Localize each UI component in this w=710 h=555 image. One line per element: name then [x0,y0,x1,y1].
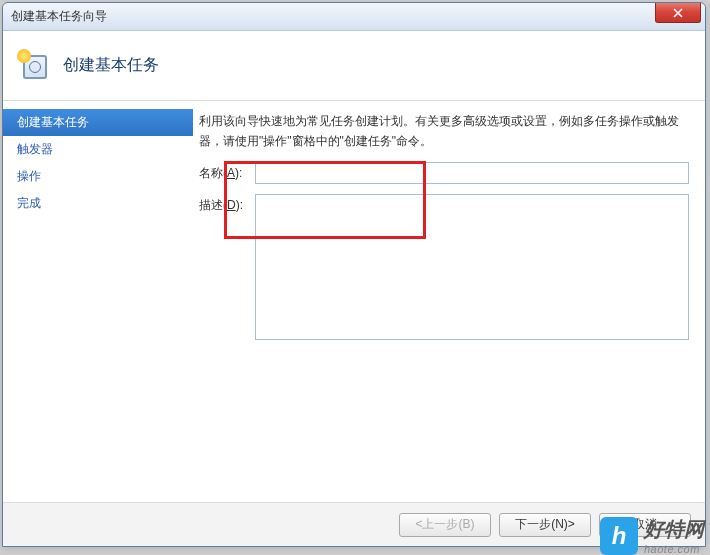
back-button[interactable]: <上一步(B) [399,513,491,537]
sidebar-item-label: 触发器 [17,142,53,156]
header-band: 创建基本任务 [3,31,705,101]
name-row: 名称(A): [199,162,689,184]
description-row: 描述(D): [199,194,689,340]
sidebar-item-label: 操作 [17,169,41,183]
description-input[interactable] [255,194,689,340]
sidebar-item-label: 完成 [17,196,41,210]
wizard-window: 创建基本任务向导 创建基本任务 创建基本任务 触发器 操作 [2,2,706,547]
sidebar-item-label: 创建基本任务 [17,115,89,129]
sidebar-item-finish[interactable]: 完成 [3,190,193,217]
sidebar-item-create-basic-task[interactable]: 创建基本任务 [3,109,193,136]
body-row: 创建基本任务 触发器 操作 完成 利用该向导快速地为常见任务创建计划。有关更多高… [3,101,705,502]
content-area: 创建基本任务 创建基本任务 触发器 操作 完成 利用该向导快速地为常见任务创建计… [3,31,705,546]
name-label: 名称(A): [199,162,255,182]
close-icon [673,8,683,18]
wizard-steps-sidebar: 创建基本任务 触发器 操作 完成 [3,101,193,502]
sidebar-item-trigger[interactable]: 触发器 [3,136,193,163]
main-panel: 利用该向导快速地为常见任务创建计划。有关更多高级选项或设置，例如多任务操作或触发… [193,101,705,502]
description-label: 描述(D): [199,194,255,214]
window-title: 创建基本任务向导 [11,8,107,25]
close-button[interactable] [655,3,701,23]
cancel-button[interactable]: 取消 [599,513,691,537]
task-wizard-icon [19,51,49,81]
page-title: 创建基本任务 [63,55,159,76]
wizard-footer: <上一步(B) 下一步(N)> 取消 [3,502,705,546]
name-input[interactable] [255,162,689,184]
instruction-text: 利用该向导快速地为常见任务创建计划。有关更多高级选项或设置，例如多任务操作或触发… [199,111,689,152]
sidebar-item-action[interactable]: 操作 [3,163,193,190]
titlebar: 创建基本任务向导 [3,3,705,31]
next-button[interactable]: 下一步(N)> [499,513,591,537]
